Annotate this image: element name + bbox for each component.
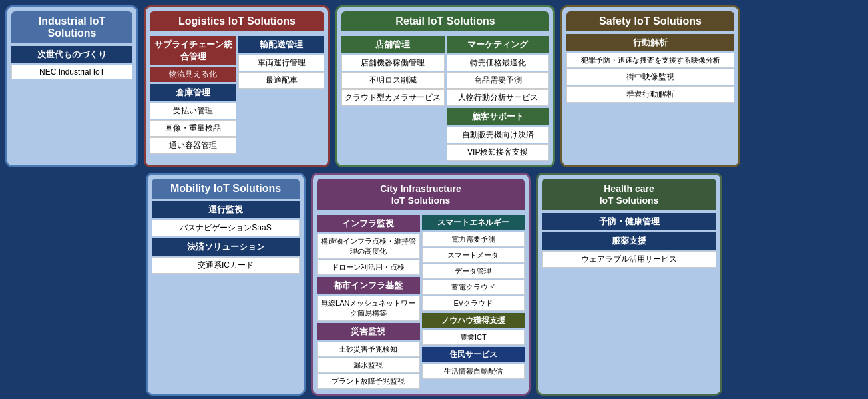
card-logistics: Logistics IoT Solutions サプライチェーン統合管理 物流見… (144, 5, 330, 167)
card-city: City InfrastructureIoT Solutions インフラ監視 … (311, 173, 531, 396)
city-right-item3: データ管理 (422, 264, 525, 279)
retail-left: 店舗管理 店舗機器稼働管理 不明ロス削減 クラウド型カメラサービス (341, 34, 445, 161)
main-grid: Industrial IoT Solutions 次世代ものづくり NEC In… (5, 5, 863, 396)
card-industrial: Industrial IoT Solutions 次世代ものづくり NEC In… (5, 5, 138, 167)
card-healthcare: Health careIoT Solutions 予防・健康管理 服薬支援 ウェ… (536, 173, 722, 396)
logistics-item3: 画像・重量検品 (150, 120, 236, 137)
industrial-section1: 次世代ものづくり (11, 46, 132, 63)
city-left-item1: 構造物インフラ点検・維持管理の高度化 (317, 234, 420, 259)
city-left: インフラ監視 構造物インフラ点検・維持管理の高度化 ドローン利活用・点検 都市イ… (317, 213, 420, 390)
safety-section1: 行動解析 (566, 34, 734, 51)
city-right-item6: 農業ICT (422, 330, 525, 345)
safety-item1: 犯罪予防・迅速な捜査を支援する映像分析 (566, 53, 734, 68)
healthcare-title: Health careIoT Solutions (542, 179, 716, 210)
city-right-item1: 電力需要予測 (422, 232, 525, 247)
city-right-item4: 蓄電クラウド (422, 280, 525, 295)
logistics-right: 輸配送管理 車両運行管理 最適配車 (238, 34, 324, 155)
retail-left-item3: クラウド型カメラサービス (341, 89, 445, 106)
retail-right-section1: マーケティング (447, 36, 550, 53)
city-left-item6: プラント故障予兆監視 (317, 374, 420, 389)
logistics-inner: サプライチェーン統合管理 物流見える化 倉庫管理 受払い管理 画像・重量検品 通… (150, 34, 324, 155)
card-retail: Retail IoT Solutions 店舗管理 店舗機器稼働管理 不明ロス削… (335, 5, 555, 167)
industrial-title: Industrial IoT Solutions (11, 11, 132, 43)
top-row: Industrial IoT Solutions 次世代ものづくり NEC In… (5, 5, 863, 167)
healthcare-section2: 服薬支援 (542, 232, 716, 250)
safety-item2: 街中映像監視 (566, 69, 734, 85)
mobility-section1: 運行監視 (152, 201, 300, 218)
city-left-section3: 災害監視 (317, 323, 420, 340)
retail-inner: 店舗管理 店舗機器稼働管理 不明ロス削減 クラウド型カメラサービス マーケティン… (341, 34, 549, 161)
logistics-left: サプライチェーン統合管理 物流見える化 倉庫管理 受払い管理 画像・重量検品 通… (150, 34, 236, 155)
logistics-right-item2: 最適配車 (238, 72, 324, 89)
city-left-item2: ドローン利活用・点検 (317, 260, 420, 275)
retail-right-item1: 特売価格最適化 (447, 55, 550, 71)
card-safety: Safety IoT Solutions 行動解析 犯罪予防・迅速な捜査を支援す… (560, 5, 740, 167)
city-inner: インフラ監視 構造物インフラ点検・維持管理の高度化 ドローン利活用・点検 都市イ… (317, 213, 525, 390)
retail-left-item1: 店舗機器稼働管理 (341, 55, 445, 71)
city-right-item5: EVクラウド (422, 296, 525, 311)
safety-title: Safety IoT Solutions (566, 11, 734, 31)
retail-right-item2: 商品需要予測 (447, 72, 550, 89)
logistics-item1: 物流見える化 (150, 67, 236, 82)
retail-right-item5: VIP検知接客支援 (447, 144, 550, 161)
logistics-title: Logistics IoT Solutions (150, 11, 324, 31)
bottom-row: Mobility IoT Solutions 運行監視 バスナビゲーションSaa… (5, 173, 863, 396)
city-left-section1: インフラ監視 (317, 215, 420, 232)
logistics-item4: 通い容器管理 (150, 137, 236, 154)
city-left-item3: 無線LANメッシュネットワーク簡易構築 (317, 296, 420, 321)
logistics-section2: 倉庫管理 (150, 84, 236, 101)
industrial-item1: NEC Industrial IoT (11, 65, 132, 79)
city-right-section2: ノウハウ獲得支援 (422, 313, 525, 328)
mobility-item2: 交通系ICカード (152, 257, 300, 274)
mobility-item1: バスナビゲーションSaaS (152, 220, 300, 236)
city-left-item5: 漏水監視 (317, 358, 420, 373)
city-right-section1: スマートエネルギー (422, 215, 525, 230)
logistics-right-item1: 車両運行管理 (238, 55, 324, 71)
logistics-item2: 受払い管理 (150, 103, 236, 119)
retail-title: Retail IoT Solutions (341, 11, 549, 31)
city-left-section2: 都市インフラ基盤 (317, 277, 420, 294)
retail-left-section1: 店舗管理 (341, 36, 445, 53)
city-title: City InfrastructureIoT Solutions (317, 179, 525, 210)
logistics-right-section1: 輸配送管理 (238, 36, 324, 53)
city-right: スマートエネルギー 電力需要予測 スマートメータ データ管理 蓄電クラウド EV… (422, 213, 525, 390)
safety-item3: 群衆行動解析 (566, 86, 734, 103)
healthcare-section1: 予防・健康管理 (542, 213, 716, 230)
retail-left-item2: 不明ロス削減 (341, 72, 445, 89)
card-mobility: Mobility IoT Solutions 運行監視 バスナビゲーションSaa… (146, 173, 306, 396)
retail-right: マーケティング 特売価格最適化 商品需要予測 人物行動分析サービス 顧客サポート… (447, 34, 550, 161)
city-right-section3: 住民サービス (422, 347, 525, 362)
city-left-item4: 土砂災害予兆検知 (317, 342, 420, 357)
retail-right-item3: 人物行動分析サービス (447, 89, 550, 106)
city-right-item7: 生活情報自動配信 (422, 364, 525, 379)
mobility-title: Mobility IoT Solutions (152, 179, 300, 199)
retail-right-item4: 自動販売機向け決済 (447, 127, 550, 143)
city-right-item2: スマートメータ (422, 248, 525, 263)
mobility-section2: 決済ソリューション (152, 238, 300, 256)
retail-right-section2: 顧客サポート (447, 108, 550, 125)
healthcare-section3: ウェアラブル活用サービス (542, 251, 716, 268)
logistics-section1: サプライチェーン統合管理 (150, 36, 236, 65)
